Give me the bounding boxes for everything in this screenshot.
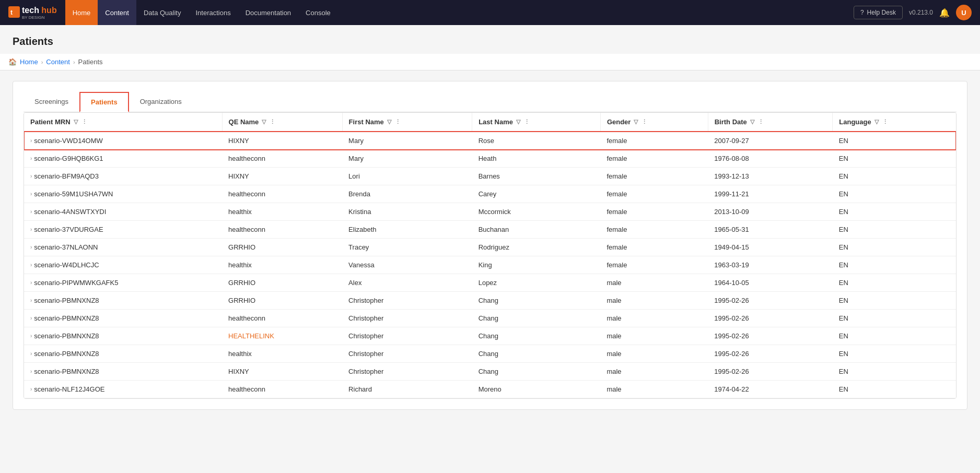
col-birth-date: Birth Date ▽ ⋮ (708, 113, 833, 132)
expand-icon-8[interactable]: › (30, 280, 32, 286)
filter-icon-qe[interactable]: ▽ (261, 118, 267, 126)
cell-qe-2: HIXNY (222, 168, 342, 185)
col-qe-name: QE Name ▽ ⋮ (222, 113, 342, 132)
expand-icon-10[interactable]: › (30, 315, 32, 321)
cell-gender-8: male (600, 274, 708, 292)
filter-icon-lang[interactable]: ▽ (873, 118, 880, 126)
help-desk-label: Help Desk (867, 9, 896, 16)
cell-last-0: Rose (472, 132, 601, 150)
cell-qe-7: healthix (222, 256, 342, 274)
cell-mrn-14: › scenario-NLF12J4GOE (24, 381, 222, 398)
expand-icon-0[interactable]: › (30, 138, 32, 144)
cell-first-4: Kristina (342, 203, 472, 221)
filter-icon-gender[interactable]: ▽ (633, 118, 639, 126)
cell-mrn-12: › scenario-PBMNXNZ8 (24, 345, 222, 363)
mrn-value-3: scenario-59M1USHA7WN (34, 190, 113, 198)
expand-icon-1[interactable]: › (30, 156, 32, 161)
menu-icon-mrn[interactable]: ⋮ (80, 118, 88, 126)
expand-icon-7[interactable]: › (30, 262, 32, 268)
nav-content[interactable]: Content (98, 0, 136, 25)
expand-icon-14[interactable]: › (30, 386, 32, 392)
cell-first-9: Christopher (342, 292, 472, 310)
cell-last-14: Moreno (472, 381, 601, 398)
menu-icon-last[interactable]: ⋮ (523, 118, 531, 126)
cell-first-11: Christopher (342, 327, 472, 345)
menu-icon-birth[interactable]: ⋮ (757, 118, 765, 126)
cell-birth-10: 1995-02-26 (708, 310, 833, 327)
expand-icon-4[interactable]: › (30, 209, 32, 215)
table-row[interactable]: › scenario-BFM9AQD3 HIXNY Lori Barnes fe… (24, 168, 956, 185)
cell-mrn-5: › scenario-37VDURGAE (24, 221, 222, 239)
filter-icon-mrn[interactable]: ▽ (73, 118, 79, 126)
table-row[interactable]: › scenario-PBMNXNZ8 healthix Christopher… (24, 345, 956, 363)
expand-icon-2[interactable]: › (30, 173, 32, 179)
cell-first-12: Christopher (342, 345, 472, 363)
table-row[interactable]: › scenario-W4DLHCJC healthix Vanessa Kin… (24, 256, 956, 274)
cell-mrn-11: › scenario-PBMNXNZ8 (24, 327, 222, 345)
bell-icon[interactable]: 🔔 (939, 8, 950, 18)
menu-icon-gender[interactable]: ⋮ (640, 118, 648, 126)
table-row[interactable]: › scenario-PBMNXNZ8 GRRHIO Christopher C… (24, 292, 956, 310)
table-wrapper[interactable]: Patient MRN ▽ ⋮ QE Name (24, 113, 956, 398)
tabs: Screenings Patients Organizations (24, 92, 956, 112)
table-row[interactable]: › scenario-PIPWMWKGAFK5 GRRHIO Alex Lope… (24, 274, 956, 292)
avatar[interactable]: U (956, 5, 972, 20)
filter-icon-first[interactable]: ▽ (386, 118, 392, 126)
filter-icon-birth[interactable]: ▽ (749, 118, 755, 126)
mrn-value-5: scenario-37VDURGAE (34, 226, 103, 233)
menu-icon-first[interactable]: ⋮ (394, 118, 402, 126)
table-row[interactable]: › scenario-NLF12J4GOE healtheconn Richar… (24, 381, 956, 398)
expand-icon-12[interactable]: › (30, 351, 32, 357)
tab-patients[interactable]: Patients (79, 92, 129, 112)
breadcrumb-content[interactable]: Content (46, 58, 70, 66)
table-row[interactable]: › scenario-PBMNXNZ8 HIXNY Christopher Ch… (24, 363, 956, 381)
breadcrumb-sep-2: › (73, 59, 75, 65)
expand-icon-11[interactable]: › (30, 333, 32, 339)
mrn-value-4: scenario-4ANSWTXYDI (34, 208, 106, 216)
nav-console[interactable]: Console (298, 0, 338, 25)
table-row[interactable]: › scenario-37VDURGAE healtheconn Elizabe… (24, 221, 956, 239)
expand-icon-5[interactable]: › (30, 227, 32, 232)
nav-home[interactable]: Home (65, 0, 98, 25)
cell-gender-3: female (600, 185, 708, 203)
menu-icon-lang[interactable]: ⋮ (881, 118, 889, 126)
table-body: › scenario-VWD14OMW HIXNY Mary Rose fema… (24, 132, 956, 398)
cell-mrn-2: › scenario-BFM9AQD3 (24, 168, 222, 185)
cell-qe-9: GRRHIO (222, 292, 342, 310)
expand-icon-9[interactable]: › (30, 298, 32, 303)
table-row[interactable]: › scenario-VWD14OMW HIXNY Mary Rose fema… (24, 132, 956, 150)
menu-icon-qe[interactable]: ⋮ (269, 118, 276, 126)
table-row[interactable]: › scenario-G9HQB6KG1 healtheconn Mary He… (24, 150, 956, 168)
tab-organizations[interactable]: Organizations (129, 92, 193, 112)
cell-mrn-8: › scenario-PIPWMWKGAFK5 (24, 274, 222, 292)
cell-last-12: Chang (472, 345, 601, 363)
expand-icon-3[interactable]: › (30, 191, 32, 197)
cell-birth-14: 1974-04-22 (708, 381, 833, 398)
cell-first-1: Mary (342, 150, 472, 168)
cell-last-7: King (472, 256, 601, 274)
col-patient-mrn-label: Patient MRN (30, 118, 71, 126)
help-desk-button[interactable]: ? Help Desk (854, 6, 903, 19)
filter-icon-last[interactable]: ▽ (515, 118, 521, 126)
nav-documentation[interactable]: Documentation (238, 0, 298, 25)
cell-last-8: Lopez (472, 274, 601, 292)
col-gender-label: Gender (607, 118, 631, 126)
cell-qe-12: healthix (222, 345, 342, 363)
expand-icon-13[interactable]: › (30, 369, 32, 374)
table-row[interactable]: › scenario-37NLAONN GRRHIO Tracey Rodrig… (24, 239, 956, 256)
expand-icon-6[interactable]: › (30, 244, 32, 250)
mrn-value-8: scenario-PIPWMWKGAFK5 (34, 279, 118, 287)
breadcrumb-home[interactable]: Home (20, 58, 38, 66)
col-qe-name-label: QE Name (229, 118, 259, 126)
breadcrumb-sep-1: › (41, 59, 43, 65)
table-row[interactable]: › scenario-PBMNXNZ8 HEALTHELINK Christop… (24, 327, 956, 345)
table-row[interactable]: › scenario-59M1USHA7WN healtheconn Brend… (24, 185, 956, 203)
nav-interactions[interactable]: Interactions (188, 0, 238, 25)
content-area: Screenings Patients Organizations Patien… (13, 81, 967, 410)
nav-data-quality[interactable]: Data Quality (136, 0, 189, 25)
table-row[interactable]: › scenario-PBMNXNZ8 healtheconn Christop… (24, 310, 956, 327)
page-container: Patients 🏠 Home › Content › Patients Scr… (0, 25, 980, 420)
tab-screenings[interactable]: Screenings (24, 92, 79, 112)
table-row[interactable]: › scenario-4ANSWTXYDI healthix Kristina … (24, 203, 956, 221)
mrn-value-0: scenario-VWD14OMW (34, 137, 102, 145)
